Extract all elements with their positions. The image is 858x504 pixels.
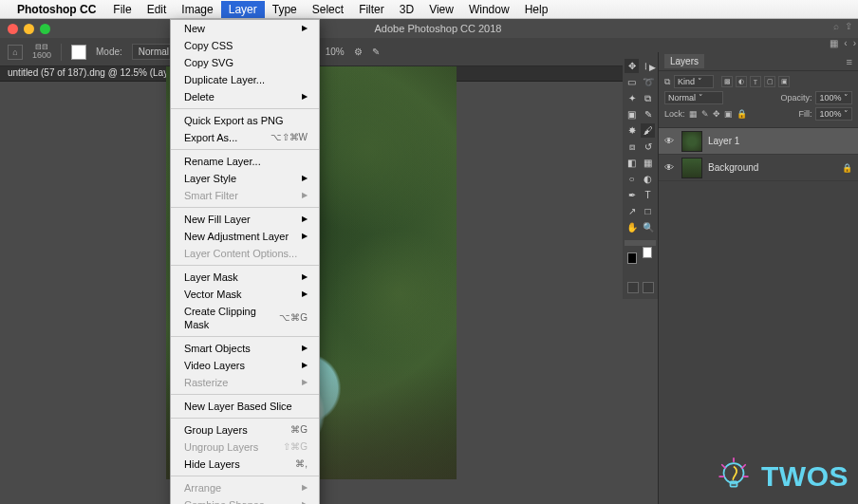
layer-name[interactable]: Background bbox=[708, 162, 758, 173]
tool-brush[interactable]: 🖌 bbox=[641, 123, 655, 138]
tool-zoom[interactable]: 🔍 bbox=[641, 220, 655, 234]
opacity-input[interactable]: 100% ˅ bbox=[815, 91, 852, 104]
fill-input[interactable]: 100% ˅ bbox=[815, 107, 852, 121]
quickmask-icon[interactable] bbox=[627, 282, 639, 293]
menu-item-smart-filter: Smart Filter▶ bbox=[171, 187, 319, 204]
menu-item-new-fill-layer[interactable]: New Fill Layer▶ bbox=[171, 211, 319, 228]
layer-row-layer1[interactable]: 👁 Layer 1 bbox=[659, 128, 858, 155]
layer-thumbnail[interactable] bbox=[681, 158, 702, 178]
menu-item-create-clipping-mask[interactable]: Create Clipping Mask⌥⌘G bbox=[171, 303, 319, 333]
tool-move[interactable]: ✥ bbox=[625, 59, 639, 73]
layer-name[interactable]: Layer 1 bbox=[708, 136, 739, 146]
tool-lasso[interactable]: ➰ bbox=[641, 75, 655, 89]
prev-doc-icon[interactable]: ‹ bbox=[844, 38, 847, 48]
menu-file[interactable]: File bbox=[105, 1, 139, 18]
menu-item-smart-objects[interactable]: Smart Objects▶ bbox=[171, 340, 319, 357]
shortcut-label: ⇧⌘G bbox=[283, 440, 308, 454]
visibility-icon[interactable]: 👁 bbox=[664, 136, 676, 146]
menu-item-label: Video Layers bbox=[184, 359, 245, 372]
tool-crop[interactable]: ⧉ bbox=[641, 91, 655, 105]
panel-collapse-icon[interactable]: ▶ bbox=[646, 61, 658, 74]
menu-item-new[interactable]: New▶ bbox=[171, 20, 319, 37]
brush-preview-icon[interactable] bbox=[71, 45, 86, 60]
kind-select[interactable]: Kind ˅ bbox=[674, 75, 714, 88]
filter-adjust-icon[interactable]: ◐ bbox=[736, 76, 747, 87]
menu-filter[interactable]: Filter bbox=[351, 1, 392, 18]
menu-item-duplicate-layer[interactable]: Duplicate Layer... bbox=[171, 71, 319, 88]
menu-view[interactable]: View bbox=[421, 1, 461, 18]
paint-icon[interactable]: ✎ bbox=[372, 47, 380, 57]
share-icon[interactable]: ⇪ bbox=[845, 21, 852, 31]
menu-image[interactable]: Image bbox=[174, 1, 220, 18]
menu-item-export-as[interactable]: Export As...⌥⇧⌘W bbox=[171, 129, 319, 146]
layer-thumbnail[interactable] bbox=[681, 131, 702, 152]
shortcut-label: ⌥⇧⌘W bbox=[270, 131, 308, 144]
tool-spot-heal[interactable]: ✸ bbox=[625, 123, 639, 138]
menu-layer[interactable]: Layer bbox=[221, 1, 265, 18]
lock-label: Lock: bbox=[664, 109, 685, 119]
lock-paint-icon[interactable]: ✎ bbox=[701, 109, 709, 119]
filter-shape-icon[interactable]: ▢ bbox=[764, 76, 775, 87]
lock-nest-icon[interactable]: ▣ bbox=[724, 109, 733, 119]
tool-gradient[interactable]: ▦ bbox=[641, 156, 655, 170]
layers-tab[interactable]: Layers bbox=[664, 54, 704, 68]
menu-item-vector-mask[interactable]: Vector Mask▶ bbox=[171, 286, 319, 303]
tool-marquee[interactable]: ▭ bbox=[625, 75, 639, 89]
lock-pos-icon[interactable]: ✥ bbox=[713, 109, 720, 119]
panel-menu-icon[interactable]: ≡ bbox=[847, 56, 852, 67]
color-swatch[interactable] bbox=[625, 250, 655, 276]
menu-item-group-layers[interactable]: Group Layers⌘G bbox=[171, 421, 319, 439]
menu-item-video-layers[interactable]: Video Layers▶ bbox=[171, 357, 319, 374]
menu-select[interactable]: Select bbox=[305, 1, 351, 18]
lock-trans-icon[interactable]: ▦ bbox=[689, 109, 698, 119]
menu-item-new-layer-based-slice[interactable]: New Layer Based Slice bbox=[171, 398, 319, 415]
menu-item-hide-layers[interactable]: Hide Layers⌘, bbox=[171, 456, 319, 473]
menu-item-quick-export-as-png[interactable]: Quick Export as PNG bbox=[171, 112, 319, 129]
next-doc-icon[interactable]: › bbox=[853, 38, 856, 48]
search-icon[interactable]: ⌕ bbox=[833, 21, 839, 31]
menu-item-delete[interactable]: Delete▶ bbox=[171, 88, 319, 105]
app-name[interactable]: Photoshop CC bbox=[17, 3, 96, 16]
tool-blur[interactable]: ○ bbox=[625, 172, 639, 186]
tool-path[interactable]: ↗ bbox=[625, 204, 639, 218]
gear-icon[interactable]: ⚙ bbox=[354, 47, 363, 57]
home-icon[interactable]: ⌂ bbox=[8, 45, 23, 60]
menu-help[interactable]: Help bbox=[517, 1, 556, 18]
tool-rectangle[interactable]: □ bbox=[641, 204, 655, 218]
tool-history-brush[interactable]: ↺ bbox=[641, 140, 655, 154]
tool-eraser[interactable]: ◧ bbox=[625, 156, 639, 170]
menu-item-rename-layer[interactable]: Rename Layer... bbox=[171, 153, 319, 170]
filter-type-icon[interactable]: T bbox=[750, 76, 761, 87]
blend-mode-select[interactable]: Normal ˅ bbox=[664, 91, 723, 104]
menu-item-copy-css[interactable]: Copy CSS bbox=[171, 37, 319, 54]
visibility-icon[interactable]: 👁 bbox=[664, 162, 676, 173]
menu-item-copy-svg[interactable]: Copy SVG bbox=[171, 54, 319, 71]
tool-clone[interactable]: ⧈ bbox=[625, 140, 639, 154]
menu-item-layer-style[interactable]: Layer Style▶ bbox=[171, 170, 319, 187]
menu-item-new-adjustment-layer[interactable]: New Adjustment Layer▶ bbox=[171, 228, 319, 245]
menu-item-layer-mask[interactable]: Layer Mask▶ bbox=[171, 269, 319, 286]
tool-hand[interactable]: ✋ bbox=[625, 220, 639, 234]
menu-edit[interactable]: Edit bbox=[140, 1, 175, 18]
filter-pixel-icon[interactable]: ▩ bbox=[721, 76, 733, 87]
foreground-color[interactable] bbox=[627, 252, 637, 264]
tool-type[interactable]: T bbox=[641, 188, 655, 202]
tool-quick-select[interactable]: ✦ bbox=[625, 91, 639, 105]
menu-type[interactable]: Type bbox=[265, 1, 305, 18]
background-color[interactable] bbox=[643, 247, 652, 258]
filter-smart-icon[interactable]: ▣ bbox=[778, 76, 790, 87]
menu-item-label: Rasterize bbox=[184, 376, 228, 389]
screenmode-icon[interactable] bbox=[643, 282, 654, 293]
lock-all-icon[interactable]: 🔒 bbox=[737, 109, 747, 119]
layer-row-background[interactable]: 👁 Background 🔒 bbox=[659, 155, 858, 181]
tool-pen[interactable]: ✒ bbox=[625, 188, 639, 202]
tool-dodge[interactable]: ◐ bbox=[641, 172, 655, 186]
menu-window[interactable]: Window bbox=[461, 1, 517, 18]
menu-3d[interactable]: 3D bbox=[392, 1, 421, 18]
smoothing-value[interactable]: 10% bbox=[326, 47, 345, 57]
layers-panel: Layers ≡ ⧉ Kind ˅ ▩ ◐ T ▢ ▣ Normal ˅ Opa… bbox=[658, 52, 858, 504]
tool-frame[interactable]: ▣ bbox=[625, 107, 639, 121]
tool-eyedropper[interactable]: ✎ bbox=[641, 107, 655, 121]
arrange-icon[interactable]: ▦ bbox=[830, 38, 838, 48]
close-icon[interactable] bbox=[8, 24, 18, 34]
